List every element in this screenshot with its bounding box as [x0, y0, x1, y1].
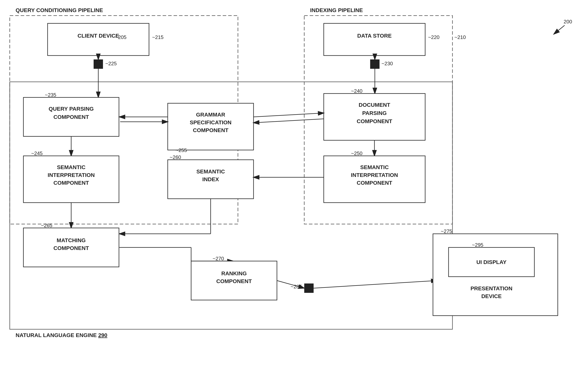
doc-parsing-label3: COMPONENT	[357, 118, 392, 124]
query-parsing-label1: QUERY PARSING	[49, 106, 94, 112]
ref-270: ~270	[213, 256, 224, 261]
ref-245: ~245	[31, 150, 43, 156]
connector-285	[304, 283, 314, 293]
query-parsing-label2: COMPONENT	[53, 114, 89, 120]
grammar-spec-label2: SPECIFICATION	[190, 119, 232, 126]
nle-label: NATURAL LANGUAGE ENGINE 290	[16, 332, 107, 338]
client-device-label: CLIENT DEVICE	[77, 33, 119, 39]
ref-275: ~275	[441, 228, 452, 234]
ref-225: ~225	[105, 61, 117, 66]
matching-label2: COMPONENT	[53, 245, 89, 251]
ref-215: ~215	[152, 34, 164, 40]
data-store-box	[324, 24, 425, 56]
presentation-label1: PRESENTATION	[470, 285, 512, 292]
semantic-index-label1: SEMANTIC	[196, 168, 225, 175]
doc-parsing-box	[324, 94, 425, 140]
sic-left-label3: COMPONENT	[53, 180, 89, 186]
ref-200: 200	[564, 19, 572, 24]
ref-220: ~220	[428, 34, 440, 40]
ref-230: ~230	[381, 61, 393, 66]
grammar-spec-label1: GRAMMAR	[196, 112, 225, 118]
semantic-interp-right-box	[324, 156, 425, 203]
ui-display-label: UI DISPLAY	[477, 259, 507, 265]
data-store-label: DATA STORE	[357, 33, 392, 39]
grammar-spec-label3: COMPONENT	[193, 127, 228, 133]
ref-255: ~255	[175, 147, 187, 153]
sic-right-label3: COMPONENT	[357, 180, 392, 186]
connector-230	[370, 59, 380, 69]
doc-parsing-label1: DOCUMENT	[359, 102, 390, 108]
ref-260: ~260	[170, 154, 181, 160]
semantic-index-label2: INDEX	[202, 176, 219, 182]
ranking-label2: COMPONENT	[216, 278, 252, 284]
sic-right-label1: SEMANTIC	[360, 164, 389, 170]
query-pipeline-label: QUERY CONDITIONING PIPELINE	[16, 7, 103, 13]
sic-right-label2: INTERPRETATION	[351, 172, 398, 178]
sic-left-label1: SEMANTIC	[57, 164, 86, 170]
semantic-interp-left-box	[24, 156, 119, 203]
sic-left-label2: INTERPRETATION	[48, 172, 95, 178]
connector-225	[94, 59, 103, 69]
ref-240: ~240	[351, 88, 363, 94]
ref-265: ~265	[41, 223, 52, 228]
client-device-box	[48, 24, 149, 56]
ref-235: ~235	[45, 92, 56, 98]
ref-205: ~205	[115, 34, 127, 40]
ref-250: ~250	[351, 150, 363, 156]
ref-295: ~295	[472, 242, 483, 248]
matching-label1: MATCHING	[57, 237, 86, 243]
presentation-label2: DEVICE	[481, 293, 502, 299]
doc-parsing-label2: PARSING	[362, 110, 387, 116]
diagram: QUERY CONDITIONING PIPELINE INDEXING PIP…	[0, 0, 588, 377]
grammar-spec-box	[168, 103, 254, 150]
indexing-pipeline-label: INDEXING PIPELINE	[310, 7, 363, 13]
ranking-label1: RANKING	[221, 271, 247, 276]
ref-210: ~210	[454, 34, 466, 40]
